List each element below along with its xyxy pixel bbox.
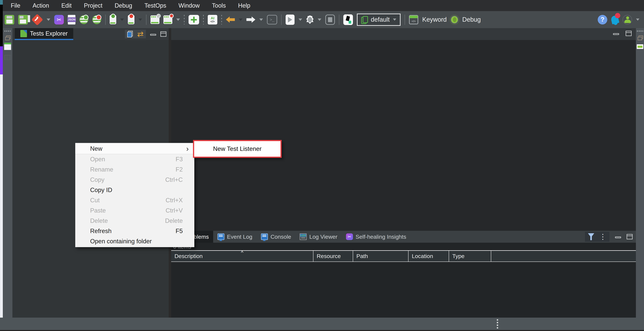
keyword-view-icon[interactable] bbox=[4, 44, 11, 50]
record-web-icon[interactable]: @ bbox=[150, 16, 160, 24]
toolbar-separator bbox=[146, 14, 146, 25]
save-icon[interactable] bbox=[5, 15, 14, 24]
record-dropdown-caret[interactable] bbox=[138, 18, 142, 21]
restore-views-icon[interactable] bbox=[5, 36, 10, 39]
back-icon[interactable] bbox=[226, 16, 235, 23]
bottom-tab[interactable]: LOG✂ Console bbox=[257, 231, 296, 243]
toolbar-separator bbox=[404, 14, 405, 25]
record-mobile-icon[interactable] bbox=[164, 16, 172, 24]
context-menu-item[interactable]: Refresh F5 › bbox=[75, 226, 194, 236]
edge-black bbox=[0, 5, 3, 46]
debug-label[interactable]: Debug bbox=[462, 16, 481, 23]
bottom-tab[interactable]: LOG✂ Event Log bbox=[213, 231, 257, 243]
notifications-bell-icon[interactable] bbox=[610, 15, 619, 24]
self-healing-icon[interactable]: ✂ bbox=[54, 15, 64, 24]
git-icon[interactable] bbox=[32, 14, 43, 26]
column-header[interactable]: ^ bbox=[491, 251, 636, 262]
bottom-tab[interactable]: LOG✂ Log Viewer bbox=[295, 231, 342, 243]
menu-item[interactable]: Edit bbox=[55, 0, 78, 11]
link-with-editor-icon[interactable]: ⇄ bbox=[137, 31, 144, 38]
statusbar-drag-handle-icon[interactable] bbox=[497, 319, 498, 328]
menu-item[interactable]: Debug bbox=[108, 0, 138, 11]
katalon-logo-icon bbox=[20, 30, 27, 37]
debug-bug-icon[interactable] bbox=[451, 16, 458, 24]
column-header[interactable]: ^ Type bbox=[449, 251, 491, 262]
keyword-label[interactable]: Keyword bbox=[422, 16, 447, 23]
spy-dropdown-caret[interactable] bbox=[120, 18, 124, 21]
json-view-icon[interactable]: JSON bbox=[68, 15, 76, 24]
menu-item[interactable]: TestOps bbox=[138, 0, 172, 11]
drag-handle-icon[interactable] bbox=[4, 30, 11, 32]
notification-dot bbox=[614, 12, 621, 19]
context-menu-item[interactable]: Open containing folder › bbox=[75, 236, 194, 246]
spy-object-icon[interactable] bbox=[110, 15, 116, 24]
execution-profile-dropdown[interactable]: default bbox=[357, 14, 400, 26]
problems-table-header: ^ Description ^ Resource ^ Path ^ Locati… bbox=[171, 250, 636, 262]
theme-toggle-icon[interactable] bbox=[343, 14, 353, 25]
app-window: FileActionEditProjectDebugTestOpsWindowT… bbox=[0, 0, 644, 331]
column-header[interactable]: ^ Location bbox=[408, 251, 449, 262]
terminal-icon[interactable]: >_ bbox=[267, 15, 277, 24]
git-dropdown-caret[interactable] bbox=[47, 18, 50, 21]
minimize-bottom-panel-icon[interactable] bbox=[615, 236, 621, 238]
add-icon[interactable] bbox=[188, 15, 199, 24]
bottom-tab[interactable]: LOG✂ Self-healing Insights bbox=[342, 231, 410, 243]
tab-tests-explorer[interactable]: Tests Explorer bbox=[15, 28, 73, 40]
run-icon[interactable] bbox=[286, 14, 294, 25]
user-avatar-icon[interactable] bbox=[622, 15, 632, 24]
collapse-all-icon[interactable] bbox=[127, 31, 133, 38]
menu-item[interactable]: Window bbox=[172, 0, 206, 11]
column-label: Resource bbox=[317, 253, 341, 259]
context-menu-item[interactable]: Delete Delete › bbox=[75, 216, 194, 226]
save-all-icon[interactable] bbox=[18, 15, 28, 24]
restore-views-icon[interactable] bbox=[638, 36, 642, 39]
keyword-browser-icon[interactable]: </> bbox=[409, 15, 418, 24]
at-badge: @ bbox=[156, 14, 161, 18]
minimize-editor-icon[interactable] bbox=[613, 33, 619, 35]
filter-icon[interactable] bbox=[588, 233, 594, 240]
record-mode-caret[interactable] bbox=[176, 18, 180, 21]
maximize-panel-icon[interactable] bbox=[160, 32, 166, 37]
user-menu-caret[interactable] bbox=[636, 18, 639, 21]
web-spy-globe-icon[interactable] bbox=[80, 15, 88, 24]
ai-code-icon[interactable]: AI</> bbox=[208, 15, 217, 24]
debug-dropdown-caret[interactable] bbox=[318, 18, 321, 21]
stop-icon[interactable] bbox=[325, 14, 335, 25]
context-menu-item[interactable]: Paste Ctrl+V › bbox=[75, 206, 194, 216]
forward-history-caret[interactable] bbox=[259, 18, 263, 21]
menu-item[interactable]: Tools bbox=[206, 0, 232, 11]
context-menu-item[interactable]: Copy Ctrl+C › bbox=[75, 175, 194, 185]
context-menu-item[interactable]: Cut Ctrl+X › bbox=[75, 195, 194, 206]
properties-view-icon[interactable] bbox=[637, 44, 643, 49]
debug-run-icon[interactable] bbox=[306, 16, 314, 24]
context-menu-item[interactable]: Open F3 › bbox=[75, 154, 194, 164]
menu-item[interactable]: Action bbox=[26, 0, 55, 11]
maximize-editor-icon[interactable] bbox=[626, 31, 632, 36]
context-menu-item[interactable]: New › bbox=[75, 144, 194, 154]
column-header[interactable]: ^ Resource bbox=[314, 251, 353, 262]
menu-item[interactable]: Project bbox=[78, 0, 108, 11]
maximize-bottom-panel-icon[interactable] bbox=[627, 234, 632, 239]
context-menu-item[interactable]: Rename F2 › bbox=[75, 164, 194, 175]
web-record-globe-icon[interactable] bbox=[92, 15, 101, 24]
back-history-caret[interactable] bbox=[239, 18, 242, 21]
toolbar-separator bbox=[184, 15, 184, 24]
record-object-icon[interactable] bbox=[128, 15, 134, 24]
tab-label: Console bbox=[270, 234, 291, 240]
help-icon[interactable]: ? bbox=[598, 15, 607, 24]
minimize-panel-icon[interactable] bbox=[150, 34, 156, 36]
menu-item[interactable]: File bbox=[5, 0, 26, 11]
column-header[interactable]: ^ Description bbox=[171, 251, 314, 262]
column-header[interactable]: ^ Path bbox=[353, 251, 408, 262]
context-menu-item[interactable]: Copy ID › bbox=[75, 185, 194, 195]
menu-item-shortcut: F2 bbox=[176, 166, 183, 173]
panel-title: Tests Explorer bbox=[30, 30, 68, 37]
forward-icon[interactable] bbox=[246, 16, 255, 23]
menu-item[interactable]: Help bbox=[232, 0, 256, 11]
new-submenu-highlighted[interactable]: New Test Listener bbox=[193, 140, 282, 158]
ai-badge: AI bbox=[211, 16, 214, 20]
view-menu-icon[interactable]: ⋮ bbox=[599, 234, 606, 240]
run-dropdown-caret[interactable] bbox=[298, 18, 302, 21]
table-view-icon[interactable] bbox=[4, 55, 11, 60]
drag-handle-icon[interactable] bbox=[637, 30, 643, 32]
